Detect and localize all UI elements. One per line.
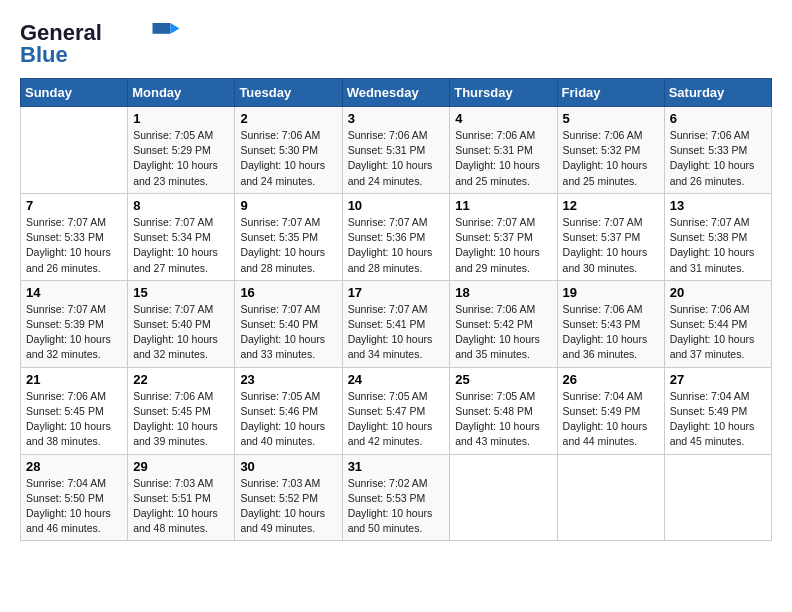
logo: General Blue [20, 20, 180, 68]
day-number: 12 [563, 198, 659, 213]
calendar-cell [557, 454, 664, 541]
calendar-cell: 6Sunrise: 7:06 AM Sunset: 5:33 PM Daylig… [664, 107, 771, 194]
day-number: 11 [455, 198, 551, 213]
weekday-header-row: SundayMondayTuesdayWednesdayThursdayFrid… [21, 79, 772, 107]
day-number: 9 [240, 198, 336, 213]
calendar-cell: 3Sunrise: 7:06 AM Sunset: 5:31 PM Daylig… [342, 107, 450, 194]
calendar-cell: 24Sunrise: 7:05 AM Sunset: 5:47 PM Dayli… [342, 367, 450, 454]
calendar-week-row: 1Sunrise: 7:05 AM Sunset: 5:29 PM Daylig… [21, 107, 772, 194]
calendar-cell: 27Sunrise: 7:04 AM Sunset: 5:49 PM Dayli… [664, 367, 771, 454]
calendar-cell: 9Sunrise: 7:07 AM Sunset: 5:35 PM Daylig… [235, 193, 342, 280]
day-info: Sunrise: 7:05 AM Sunset: 5:46 PM Dayligh… [240, 389, 336, 450]
calendar-cell: 2Sunrise: 7:06 AM Sunset: 5:30 PM Daylig… [235, 107, 342, 194]
day-number: 23 [240, 372, 336, 387]
day-info: Sunrise: 7:04 AM Sunset: 5:49 PM Dayligh… [670, 389, 766, 450]
day-info: Sunrise: 7:07 AM Sunset: 5:41 PM Dayligh… [348, 302, 445, 363]
day-number: 4 [455, 111, 551, 126]
day-number: 5 [563, 111, 659, 126]
day-info: Sunrise: 7:06 AM Sunset: 5:45 PM Dayligh… [133, 389, 229, 450]
day-info: Sunrise: 7:03 AM Sunset: 5:51 PM Dayligh… [133, 476, 229, 537]
calendar-cell: 31Sunrise: 7:02 AM Sunset: 5:53 PM Dayli… [342, 454, 450, 541]
day-info: Sunrise: 7:07 AM Sunset: 5:36 PM Dayligh… [348, 215, 445, 276]
logo-flag-icon [152, 23, 180, 41]
day-number: 15 [133, 285, 229, 300]
day-number: 25 [455, 372, 551, 387]
day-info: Sunrise: 7:06 AM Sunset: 5:32 PM Dayligh… [563, 128, 659, 189]
day-info: Sunrise: 7:06 AM Sunset: 5:30 PM Dayligh… [240, 128, 336, 189]
weekday-header-cell: Saturday [664, 79, 771, 107]
weekday-header-cell: Wednesday [342, 79, 450, 107]
calendar-cell: 5Sunrise: 7:06 AM Sunset: 5:32 PM Daylig… [557, 107, 664, 194]
day-number: 21 [26, 372, 122, 387]
calendar-cell: 28Sunrise: 7:04 AM Sunset: 5:50 PM Dayli… [21, 454, 128, 541]
calendar-week-row: 14Sunrise: 7:07 AM Sunset: 5:39 PM Dayli… [21, 280, 772, 367]
day-number: 13 [670, 198, 766, 213]
calendar-week-row: 7Sunrise: 7:07 AM Sunset: 5:33 PM Daylig… [21, 193, 772, 280]
day-number: 16 [240, 285, 336, 300]
calendar-cell: 19Sunrise: 7:06 AM Sunset: 5:43 PM Dayli… [557, 280, 664, 367]
day-number: 22 [133, 372, 229, 387]
day-info: Sunrise: 7:07 AM Sunset: 5:38 PM Dayligh… [670, 215, 766, 276]
calendar-cell [21, 107, 128, 194]
calendar-cell: 4Sunrise: 7:06 AM Sunset: 5:31 PM Daylig… [450, 107, 557, 194]
calendar-cell [450, 454, 557, 541]
calendar-cell: 30Sunrise: 7:03 AM Sunset: 5:52 PM Dayli… [235, 454, 342, 541]
calendar-cell: 16Sunrise: 7:07 AM Sunset: 5:40 PM Dayli… [235, 280, 342, 367]
logo-blue: Blue [20, 42, 68, 68]
day-number: 14 [26, 285, 122, 300]
weekday-header-cell: Friday [557, 79, 664, 107]
day-info: Sunrise: 7:06 AM Sunset: 5:43 PM Dayligh… [563, 302, 659, 363]
day-info: Sunrise: 7:07 AM Sunset: 5:37 PM Dayligh… [455, 215, 551, 276]
weekday-header-cell: Sunday [21, 79, 128, 107]
day-info: Sunrise: 7:05 AM Sunset: 5:47 PM Dayligh… [348, 389, 445, 450]
day-number: 1 [133, 111, 229, 126]
calendar-cell: 1Sunrise: 7:05 AM Sunset: 5:29 PM Daylig… [128, 107, 235, 194]
day-info: Sunrise: 7:07 AM Sunset: 5:34 PM Dayligh… [133, 215, 229, 276]
day-info: Sunrise: 7:07 AM Sunset: 5:33 PM Dayligh… [26, 215, 122, 276]
day-number: 6 [670, 111, 766, 126]
day-number: 28 [26, 459, 122, 474]
weekday-header-cell: Thursday [450, 79, 557, 107]
calendar-cell: 26Sunrise: 7:04 AM Sunset: 5:49 PM Dayli… [557, 367, 664, 454]
day-number: 30 [240, 459, 336, 474]
day-info: Sunrise: 7:06 AM Sunset: 5:33 PM Dayligh… [670, 128, 766, 189]
day-number: 29 [133, 459, 229, 474]
calendar-cell: 29Sunrise: 7:03 AM Sunset: 5:51 PM Dayli… [128, 454, 235, 541]
calendar-week-row: 28Sunrise: 7:04 AM Sunset: 5:50 PM Dayli… [21, 454, 772, 541]
day-number: 24 [348, 372, 445, 387]
svg-marker-1 [170, 23, 179, 34]
calendar-cell: 12Sunrise: 7:07 AM Sunset: 5:37 PM Dayli… [557, 193, 664, 280]
day-number: 17 [348, 285, 445, 300]
calendar-cell: 22Sunrise: 7:06 AM Sunset: 5:45 PM Dayli… [128, 367, 235, 454]
calendar-cell [664, 454, 771, 541]
calendar-cell: 7Sunrise: 7:07 AM Sunset: 5:33 PM Daylig… [21, 193, 128, 280]
page-header: General Blue [20, 20, 772, 68]
day-number: 18 [455, 285, 551, 300]
day-number: 27 [670, 372, 766, 387]
weekday-header-cell: Monday [128, 79, 235, 107]
calendar-cell: 18Sunrise: 7:06 AM Sunset: 5:42 PM Dayli… [450, 280, 557, 367]
day-info: Sunrise: 7:06 AM Sunset: 5:45 PM Dayligh… [26, 389, 122, 450]
day-info: Sunrise: 7:07 AM Sunset: 5:35 PM Dayligh… [240, 215, 336, 276]
day-info: Sunrise: 7:06 AM Sunset: 5:44 PM Dayligh… [670, 302, 766, 363]
calendar-cell: 8Sunrise: 7:07 AM Sunset: 5:34 PM Daylig… [128, 193, 235, 280]
calendar-cell: 17Sunrise: 7:07 AM Sunset: 5:41 PM Dayli… [342, 280, 450, 367]
calendar-cell: 25Sunrise: 7:05 AM Sunset: 5:48 PM Dayli… [450, 367, 557, 454]
calendar-table: SundayMondayTuesdayWednesdayThursdayFrid… [20, 78, 772, 541]
day-info: Sunrise: 7:05 AM Sunset: 5:29 PM Dayligh… [133, 128, 229, 189]
weekday-header-cell: Tuesday [235, 79, 342, 107]
calendar-cell: 20Sunrise: 7:06 AM Sunset: 5:44 PM Dayli… [664, 280, 771, 367]
day-info: Sunrise: 7:07 AM Sunset: 5:39 PM Dayligh… [26, 302, 122, 363]
day-info: Sunrise: 7:07 AM Sunset: 5:37 PM Dayligh… [563, 215, 659, 276]
calendar-cell: 10Sunrise: 7:07 AM Sunset: 5:36 PM Dayli… [342, 193, 450, 280]
calendar-week-row: 21Sunrise: 7:06 AM Sunset: 5:45 PM Dayli… [21, 367, 772, 454]
day-info: Sunrise: 7:06 AM Sunset: 5:31 PM Dayligh… [348, 128, 445, 189]
calendar-cell: 15Sunrise: 7:07 AM Sunset: 5:40 PM Dayli… [128, 280, 235, 367]
calendar-cell: 13Sunrise: 7:07 AM Sunset: 5:38 PM Dayli… [664, 193, 771, 280]
svg-marker-0 [152, 23, 170, 34]
calendar-cell: 23Sunrise: 7:05 AM Sunset: 5:46 PM Dayli… [235, 367, 342, 454]
day-info: Sunrise: 7:05 AM Sunset: 5:48 PM Dayligh… [455, 389, 551, 450]
day-number: 3 [348, 111, 445, 126]
day-info: Sunrise: 7:07 AM Sunset: 5:40 PM Dayligh… [240, 302, 336, 363]
day-info: Sunrise: 7:04 AM Sunset: 5:49 PM Dayligh… [563, 389, 659, 450]
